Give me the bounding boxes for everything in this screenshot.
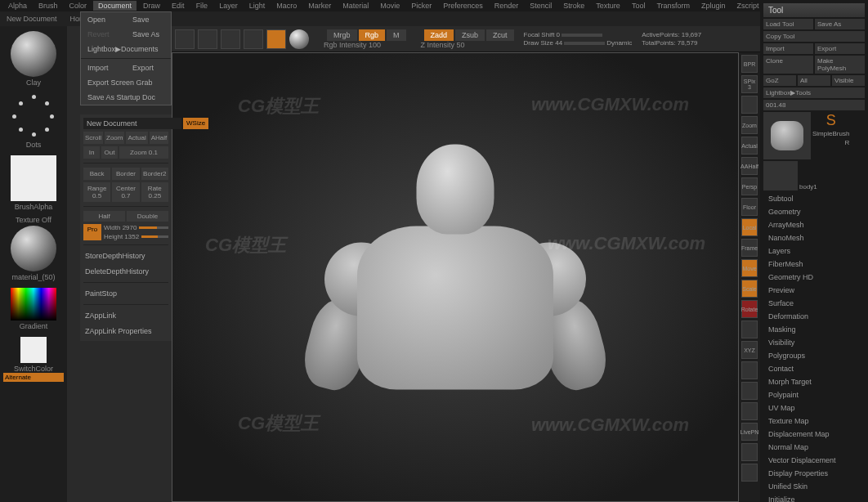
menu-layer[interactable]: Layer: [214, 1, 243, 11]
right-icon-3[interactable]: Zoom: [741, 116, 758, 134]
section-polypaint[interactable]: Polypaint: [763, 388, 865, 401]
right-icon-1[interactable]: SPix 3: [741, 75, 758, 93]
paintstop[interactable]: PaintStop: [83, 287, 168, 300]
right-icon-9[interactable]: Frame: [741, 239, 758, 257]
switchcolor-label[interactable]: SwitchColor: [3, 365, 64, 373]
mrgb-button[interactable]: Mrgb: [327, 29, 357, 41]
menu-startup[interactable]: Save As Startup Doc: [81, 90, 171, 105]
goz[interactable]: GoZ: [763, 75, 796, 86]
right-icon-6[interactable]: Persp: [741, 177, 758, 195]
section-morph-target[interactable]: Morph Target: [763, 375, 865, 388]
half-button[interactable]: Half: [83, 211, 125, 222]
right-icon-8[interactable]: Local: [741, 218, 758, 236]
load-tool[interactable]: Load Tool: [763, 19, 813, 29]
section-fibermesh[interactable]: FiberMesh: [763, 258, 865, 271]
menu-stroke[interactable]: Stroke: [558, 1, 589, 11]
section-geometry-hd[interactable]: Geometry HD: [763, 271, 865, 284]
ahalf-button[interactable]: AHalf: [150, 132, 169, 144]
section-contact[interactable]: Contact: [763, 362, 865, 375]
tool-icon-3[interactable]: [221, 29, 240, 49]
out-button[interactable]: Out: [101, 146, 118, 159]
border-button[interactable]: Border: [112, 168, 139, 180]
focal-slider[interactable]: [562, 34, 602, 37]
menu-zplugin[interactable]: Zplugin: [696, 1, 731, 11]
rate-value[interactable]: Rate 0.25: [141, 182, 168, 202]
delete-depth[interactable]: DeleteDepthHistory: [83, 265, 168, 278]
menu-export-grab[interactable]: Export Screen Grab: [81, 75, 171, 90]
in-button[interactable]: In: [83, 146, 100, 159]
section-preview[interactable]: Preview: [763, 284, 865, 297]
section-initialize[interactable]: Initialize: [763, 493, 865, 502]
menu-color[interactable]: Color: [65, 1, 92, 11]
right-icon-19[interactable]: [741, 443, 758, 461]
menu-preferences[interactable]: Preferences: [438, 1, 488, 11]
zoom-button[interactable]: Zoom: [105, 132, 124, 144]
import-tool[interactable]: Import: [763, 43, 813, 54]
material-sphere-icon[interactable]: [289, 29, 309, 49]
clone-tool[interactable]: Clone: [763, 56, 813, 74]
section-vector-displacement[interactable]: Vector Displacement: [763, 454, 865, 467]
scroll-button[interactable]: Scroll: [83, 132, 103, 144]
pro-button[interactable]: Pro: [83, 224, 101, 240]
goz-all[interactable]: All: [798, 75, 830, 86]
viewport[interactable]: CG模型王 www.CGMXW.com CG模型王 www.CGMXW.com …: [172, 52, 739, 502]
right-icon-17[interactable]: [741, 402, 758, 420]
right-icon-7[interactable]: Floor: [741, 198, 758, 216]
menu-render[interactable]: Render: [490, 1, 524, 11]
zcut-button[interactable]: Zcut: [486, 29, 514, 41]
menu-alpha[interactable]: Alpha: [3, 1, 32, 11]
menu-material[interactable]: Material: [338, 1, 374, 11]
store-depth[interactable]: StoreDepthHistory: [83, 249, 168, 262]
right-icon-14[interactable]: XYZ: [741, 341, 758, 359]
zapplink[interactable]: ZAppLink: [83, 309, 168, 322]
menu-lightbox-docs[interactable]: Lightbox▶Documents: [81, 42, 171, 56]
menu-macro[interactable]: Macro: [271, 1, 302, 11]
right-icon-11[interactable]: Scale: [741, 280, 758, 298]
actual-button[interactable]: Actual: [126, 132, 147, 144]
menu-edit[interactable]: Edit: [167, 1, 190, 11]
zsub-button[interactable]: Zsub: [455, 29, 485, 41]
swatch[interactable]: [20, 337, 47, 363]
zapplink-props[interactable]: ZAppLink Properties: [83, 325, 168, 338]
menu-file[interactable]: File: [191, 1, 213, 11]
height-value[interactable]: Height 1352: [104, 233, 139, 240]
material-preview[interactable]: [11, 226, 56, 271]
wsize-button[interactable]: WSize: [183, 118, 208, 129]
menu-tool[interactable]: Tool: [627, 1, 651, 11]
goz-visible[interactable]: Visible: [832, 75, 865, 86]
alternate-label[interactable]: Alternate: [3, 373, 64, 382]
section-masking[interactable]: Masking: [763, 323, 865, 336]
height-slider[interactable]: [141, 235, 168, 238]
range-value[interactable]: Range 0.5: [83, 182, 110, 202]
right-icon-4[interactable]: Actual: [741, 137, 758, 155]
menu-texture[interactable]: Texture: [591, 1, 625, 11]
brush-preview[interactable]: [11, 31, 56, 77]
stroke-preview[interactable]: [11, 93, 56, 139]
tool-thumb-main[interactable]: [763, 112, 811, 159]
new-document-input[interactable]: [83, 118, 181, 129]
border2-button[interactable]: Border2: [141, 168, 168, 180]
section-nanomesh[interactable]: NanoMesh: [763, 231, 865, 244]
center-value[interactable]: Center 0.7: [112, 182, 139, 202]
menu-zscript[interactable]: Zscript: [732, 1, 764, 11]
zoom-value[interactable]: Zoom 0.1: [119, 146, 168, 159]
drawsize-slider[interactable]: [564, 42, 605, 45]
simplebrush-icon[interactable]: S: [823, 112, 839, 128]
zadd-button[interactable]: Zadd: [424, 29, 454, 41]
alpha-preview[interactable]: [11, 155, 56, 201]
right-icon-16[interactable]: [741, 382, 758, 400]
right-icon-10[interactable]: Move: [741, 259, 758, 277]
section-geometry[interactable]: Geometry: [763, 205, 865, 218]
menu-export[interactable]: Export: [126, 61, 171, 75]
double-button[interactable]: Double: [127, 211, 168, 222]
section-uv-map[interactable]: UV Map: [763, 401, 865, 415]
section-visibility[interactable]: Visibility: [763, 336, 865, 349]
tool-icon-4[interactable]: [244, 29, 263, 49]
rgb-button[interactable]: Rgb: [359, 29, 386, 41]
menu-stencil[interactable]: Stencil: [525, 1, 557, 11]
section-subtool[interactable]: Subtool: [763, 192, 865, 205]
menu-save[interactable]: Save: [126, 12, 171, 27]
section-normal-map[interactable]: Normal Map: [763, 441, 865, 454]
right-icon-0[interactable]: BPR: [741, 55, 758, 73]
save-as-tool[interactable]: Save As: [815, 19, 865, 29]
